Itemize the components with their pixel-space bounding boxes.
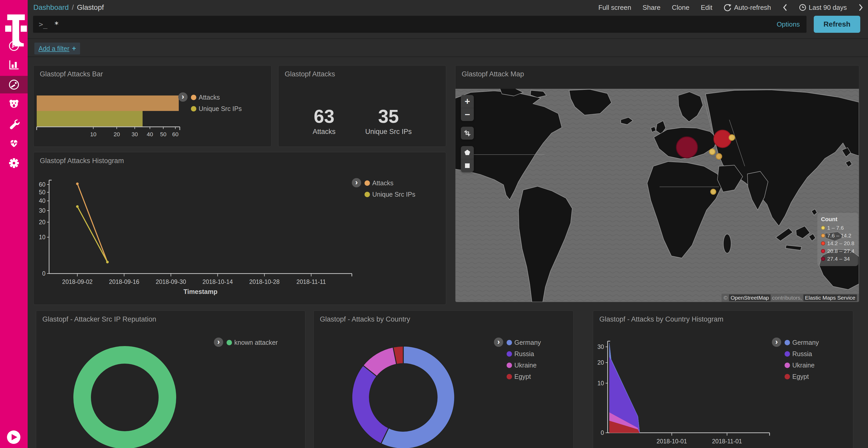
legend: › Germany Russia Ukraine Egypt (772, 338, 819, 380)
sidebar-item-dashboard[interactable] (0, 76, 28, 94)
breadcrumb-dashboard-link[interactable]: Dashboard (33, 3, 69, 11)
chevron-right-icon (858, 3, 863, 12)
legend-dot (821, 241, 825, 245)
attack-point[interactable] (711, 189, 716, 194)
legend-item[interactable]: Unique Src IPs (365, 191, 415, 198)
time-back-button[interactable] (782, 3, 788, 12)
zoom-in-button[interactable]: + (461, 95, 474, 108)
query-input[interactable]: * (54, 20, 777, 29)
metric-label: Attacks (313, 128, 336, 136)
zoom-out-button[interactable]: − (461, 108, 474, 121)
legend-toggle-icon[interactable]: › (178, 92, 188, 102)
legend-toggle-icon[interactable]: › (214, 338, 223, 347)
legend-item[interactable]: Ukraine (784, 361, 819, 369)
legend-dot (226, 340, 232, 345)
add-filter-button[interactable]: Add a filter + (34, 43, 80, 55)
legend-dot (784, 340, 790, 345)
sidebar-item-discover[interactable] (0, 37, 28, 55)
attack-point[interactable] (709, 149, 715, 154)
bar-Attacks[interactable] (37, 96, 179, 111)
axis-tick-label: 30 (597, 343, 604, 350)
breadcrumb-current: Glastopf (77, 3, 104, 11)
crop-icon[interactable] (461, 127, 474, 140)
attack-point[interactable] (676, 137, 698, 158)
attack-point[interactable] (716, 153, 722, 159)
sidebar-item-devtools[interactable] (0, 115, 28, 133)
axis-tick-label: 0 (601, 429, 604, 436)
sidebar-item-tpot[interactable] (0, 95, 28, 113)
sidebar-item-monitoring[interactable] (0, 134, 28, 152)
legend-item: 14.2 – 20.8 (821, 240, 858, 246)
query-bar[interactable]: >_ * Options (33, 16, 807, 33)
line-Attacks[interactable] (77, 184, 107, 262)
axis-tick-label: 20 (39, 219, 45, 226)
legend: › Attacks Unique Src IPs (178, 92, 242, 112)
legend-item[interactable]: Russia (784, 350, 819, 358)
elastic-maps-service-link[interactable]: Elastic Maps Service (803, 295, 857, 301)
rectangle-select-icon[interactable] (461, 159, 474, 172)
axis-tick-label: 30 (131, 131, 138, 138)
legend-item[interactable]: Egypt (506, 373, 541, 380)
options-link[interactable]: Options (777, 21, 800, 28)
sidebar-item-visualize[interactable] (0, 56, 28, 74)
legend-item[interactable]: Unique Src IPs (191, 105, 242, 112)
refresh-cycle-icon (723, 4, 731, 11)
axis-tick-label: 60 (39, 181, 45, 188)
openstreetmap-link[interactable]: OpenStreetMap (729, 295, 770, 301)
axis-tick-label: 10 (597, 380, 604, 387)
clone-button[interactable]: Clone (672, 4, 689, 12)
world-map[interactable]: + − Count 1 – 7.6 (456, 89, 859, 302)
legend-item: 27.4 – 34 (821, 256, 858, 262)
axis-tick-label: Timestamp (183, 288, 218, 295)
bar-Unique Src IPs[interactable] (37, 111, 143, 127)
panel-attacks-metric: Glastopf Attacks 63 Attacks 35 Unique Sr… (278, 65, 446, 147)
metric-row: 63 Attacks 35 Unique Src IPs (278, 78, 446, 136)
fullscreen-button[interactable]: Full screen (598, 4, 631, 12)
axis-tick-label: 50 (39, 189, 45, 196)
donut-slice-known attacker[interactable] (82, 355, 167, 440)
legend-title: Count (821, 216, 858, 223)
attack-point[interactable] (729, 135, 735, 140)
world-map-canvas[interactable] (456, 89, 859, 302)
line-Unique Src IPs[interactable] (77, 206, 107, 262)
legend-item[interactable]: Russia (506, 350, 541, 358)
map-zoom-controls: + − (461, 95, 474, 121)
legend-item[interactable]: Germany (784, 339, 819, 346)
legend-item[interactable]: known attacker (226, 339, 278, 346)
legend-toggle-icon[interactable]: › (772, 338, 781, 347)
nav-actions: Full screen Share Clone Edit Auto-refres… (598, 3, 863, 12)
share-button[interactable]: Share (643, 4, 660, 12)
sidebar (0, 0, 28, 448)
polygon-select-icon[interactable] (461, 146, 474, 159)
legend-dot (506, 374, 512, 379)
play-icon (7, 430, 21, 444)
legend-item[interactable]: Germany (506, 339, 541, 346)
edit-button[interactable]: Edit (701, 4, 712, 12)
gauge-icon (8, 79, 20, 91)
legend-item[interactable]: Ukraine (506, 361, 541, 369)
axis-tick-label: 40 (39, 198, 45, 204)
query-prompt-icon: >_ (39, 20, 48, 29)
donut-chart[interactable] (36, 311, 305, 448)
legend-item[interactable]: Attacks (191, 94, 242, 101)
legend-item[interactable]: Attacks (365, 179, 415, 187)
map-count-legend: Count 1 – 7.6 7.6 – 14.2 14.2 – 20.8 20.… (817, 213, 858, 266)
auto-refresh-button[interactable]: Auto-refresh (723, 4, 771, 12)
time-forward-button[interactable] (858, 3, 863, 12)
attack-point[interactable] (714, 130, 731, 148)
legend-item: 7.6 – 14.2 (821, 233, 858, 239)
panel-title: Glastopf Attacks Histogram (34, 152, 446, 165)
time-range-picker[interactable]: Last 90 days (799, 4, 847, 12)
refresh-button[interactable]: Refresh (814, 16, 860, 33)
axis-tick-label: 2018-11-11 (296, 278, 326, 285)
gear-icon (8, 157, 20, 169)
donut-slice-Russia[interactable] (352, 366, 389, 444)
compass-icon (8, 40, 20, 52)
sidebar-collapse-button[interactable] (7, 430, 21, 444)
legend-item[interactable]: Egypt (784, 373, 819, 380)
legend-toggle-icon[interactable]: › (352, 178, 361, 187)
legend-toggle-icon[interactable]: › (494, 338, 503, 347)
sidebar-item-management[interactable] (0, 154, 28, 172)
legend-dot (821, 249, 825, 253)
axis-tick-label: 2018-09-02 (62, 278, 93, 285)
